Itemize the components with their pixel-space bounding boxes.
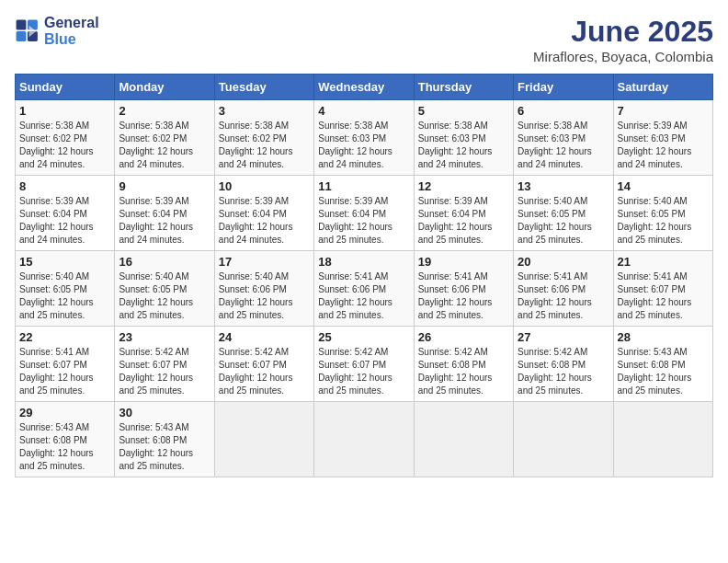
svg-rect-2 xyxy=(17,31,27,41)
calendar-week-row: 15 Sunrise: 5:40 AMSunset: 6:05 PMDaylig… xyxy=(16,251,713,327)
logo: General Blue xyxy=(15,15,99,48)
day-cell: 6 Sunrise: 5:38 AMSunset: 6:03 PMDayligh… xyxy=(514,100,613,176)
day-number: 19 xyxy=(418,255,509,269)
logo-icon xyxy=(15,18,40,44)
empty-cell xyxy=(214,402,313,477)
day-cell: 4 Sunrise: 5:38 AMSunset: 6:03 PMDayligh… xyxy=(314,100,414,176)
day-info: Sunrise: 5:39 AMSunset: 6:04 PMDaylight:… xyxy=(19,196,94,245)
logo-text: General Blue xyxy=(44,15,99,48)
day-cell: 23 Sunrise: 5:42 AMSunset: 6:07 PMDaylig… xyxy=(115,327,214,402)
day-cell: 28 Sunrise: 5:43 AMSunset: 6:08 PMDaylig… xyxy=(613,327,712,402)
day-info: Sunrise: 5:38 AMSunset: 6:02 PMDaylight:… xyxy=(219,121,293,169)
col-friday: Friday xyxy=(514,75,613,100)
calendar-subtitle: Miraflores, Boyaca, Colombia xyxy=(533,49,713,64)
day-info: Sunrise: 5:42 AMSunset: 6:07 PMDaylight:… xyxy=(318,347,392,396)
day-info: Sunrise: 5:38 AMSunset: 6:03 PMDaylight:… xyxy=(318,121,392,169)
day-number: 25 xyxy=(318,330,409,344)
day-cell: 17 Sunrise: 5:40 AMSunset: 6:06 PMDaylig… xyxy=(214,251,313,327)
day-info: Sunrise: 5:42 AMSunset: 6:08 PMDaylight:… xyxy=(418,347,493,396)
day-info: Sunrise: 5:38 AMSunset: 6:02 PMDaylight:… xyxy=(19,121,94,169)
day-cell: 12 Sunrise: 5:39 AMSunset: 6:04 PMDaylig… xyxy=(414,176,513,251)
day-info: Sunrise: 5:43 AMSunset: 6:08 PMDaylight:… xyxy=(19,422,94,471)
day-number: 2 xyxy=(119,104,210,118)
day-cell: 20 Sunrise: 5:41 AMSunset: 6:06 PMDaylig… xyxy=(514,251,613,327)
day-info: Sunrise: 5:40 AMSunset: 6:05 PMDaylight:… xyxy=(19,271,94,320)
day-number: 20 xyxy=(518,255,609,269)
day-info: Sunrise: 5:38 AMSunset: 6:03 PMDaylight:… xyxy=(518,121,592,169)
day-number: 10 xyxy=(219,179,310,193)
svg-rect-0 xyxy=(17,20,27,30)
day-info: Sunrise: 5:40 AMSunset: 6:06 PMDaylight:… xyxy=(219,271,293,320)
day-info: Sunrise: 5:39 AMSunset: 6:04 PMDaylight:… xyxy=(219,196,293,245)
empty-cell xyxy=(314,402,414,477)
day-cell: 29 Sunrise: 5:43 AMSunset: 6:08 PMDaylig… xyxy=(16,402,115,477)
day-info: Sunrise: 5:40 AMSunset: 6:05 PMDaylight:… xyxy=(518,196,592,245)
day-info: Sunrise: 5:39 AMSunset: 6:04 PMDaylight:… xyxy=(318,196,392,245)
col-wednesday: Wednesday xyxy=(314,75,414,100)
day-number: 13 xyxy=(518,179,609,193)
day-info: Sunrise: 5:39 AMSunset: 6:04 PMDaylight:… xyxy=(119,196,193,245)
header-row: Sunday Monday Tuesday Wednesday Thursday… xyxy=(16,75,713,100)
day-cell: 13 Sunrise: 5:40 AMSunset: 6:05 PMDaylig… xyxy=(514,176,613,251)
day-number: 30 xyxy=(119,406,210,419)
day-cell: 7 Sunrise: 5:39 AMSunset: 6:03 PMDayligh… xyxy=(613,100,712,176)
day-info: Sunrise: 5:38 AMSunset: 6:02 PMDaylight:… xyxy=(119,121,193,169)
page-header: General Blue June 2025 Miraflores, Boyac… xyxy=(15,15,713,64)
day-number: 24 xyxy=(219,330,310,344)
day-cell: 3 Sunrise: 5:38 AMSunset: 6:02 PMDayligh… xyxy=(214,100,313,176)
day-cell: 15 Sunrise: 5:40 AMSunset: 6:05 PMDaylig… xyxy=(16,251,115,327)
day-info: Sunrise: 5:41 AMSunset: 6:07 PMDaylight:… xyxy=(19,347,94,396)
day-cell: 25 Sunrise: 5:42 AMSunset: 6:07 PMDaylig… xyxy=(314,327,414,402)
day-cell: 1 Sunrise: 5:38 AMSunset: 6:02 PMDayligh… xyxy=(16,100,115,176)
day-info: Sunrise: 5:41 AMSunset: 6:07 PMDaylight:… xyxy=(618,271,692,320)
col-tuesday: Tuesday xyxy=(214,75,313,100)
day-info: Sunrise: 5:39 AMSunset: 6:04 PMDaylight:… xyxy=(418,196,493,245)
day-cell: 19 Sunrise: 5:41 AMSunset: 6:06 PMDaylig… xyxy=(414,251,513,327)
day-number: 22 xyxy=(19,330,110,344)
day-info: Sunrise: 5:39 AMSunset: 6:03 PMDaylight:… xyxy=(618,121,692,169)
day-info: Sunrise: 5:41 AMSunset: 6:06 PMDaylight:… xyxy=(418,271,493,320)
empty-cell xyxy=(514,402,613,477)
col-saturday: Saturday xyxy=(613,75,712,100)
day-cell: 14 Sunrise: 5:40 AMSunset: 6:05 PMDaylig… xyxy=(613,176,712,251)
day-number: 9 xyxy=(119,179,210,193)
day-number: 18 xyxy=(318,255,409,269)
day-number: 7 xyxy=(618,104,709,118)
calendar-week-row: 8 Sunrise: 5:39 AMSunset: 6:04 PMDayligh… xyxy=(16,176,713,251)
day-info: Sunrise: 5:42 AMSunset: 6:07 PMDaylight:… xyxy=(119,347,193,396)
calendar-body: 1 Sunrise: 5:38 AMSunset: 6:02 PMDayligh… xyxy=(16,100,713,477)
col-sunday: Sunday xyxy=(16,75,115,100)
day-number: 3 xyxy=(219,104,310,118)
day-number: 12 xyxy=(418,179,509,193)
day-number: 8 xyxy=(19,179,110,193)
day-cell: 8 Sunrise: 5:39 AMSunset: 6:04 PMDayligh… xyxy=(16,176,115,251)
calendar-title: June 2025 xyxy=(533,15,713,49)
day-info: Sunrise: 5:38 AMSunset: 6:03 PMDaylight:… xyxy=(418,121,493,169)
day-number: 17 xyxy=(219,255,310,269)
day-info: Sunrise: 5:42 AMSunset: 6:08 PMDaylight:… xyxy=(518,347,592,396)
day-number: 26 xyxy=(418,330,509,344)
day-info: Sunrise: 5:43 AMSunset: 6:08 PMDaylight:… xyxy=(119,422,193,471)
day-info: Sunrise: 5:43 AMSunset: 6:08 PMDaylight:… xyxy=(618,347,692,396)
day-cell: 2 Sunrise: 5:38 AMSunset: 6:02 PMDayligh… xyxy=(115,100,214,176)
day-number: 15 xyxy=(19,255,110,269)
day-cell: 9 Sunrise: 5:39 AMSunset: 6:04 PMDayligh… xyxy=(115,176,214,251)
day-cell: 30 Sunrise: 5:43 AMSunset: 6:08 PMDaylig… xyxy=(115,402,214,477)
day-cell: 16 Sunrise: 5:40 AMSunset: 6:05 PMDaylig… xyxy=(115,251,214,327)
day-info: Sunrise: 5:40 AMSunset: 6:05 PMDaylight:… xyxy=(119,271,193,320)
empty-cell xyxy=(613,402,712,477)
day-number: 4 xyxy=(318,104,409,118)
col-thursday: Thursday xyxy=(414,75,513,100)
day-cell: 21 Sunrise: 5:41 AMSunset: 6:07 PMDaylig… xyxy=(613,251,712,327)
day-info: Sunrise: 5:42 AMSunset: 6:07 PMDaylight:… xyxy=(219,347,293,396)
day-cell: 11 Sunrise: 5:39 AMSunset: 6:04 PMDaylig… xyxy=(314,176,414,251)
day-cell: 10 Sunrise: 5:39 AMSunset: 6:04 PMDaylig… xyxy=(214,176,313,251)
day-cell: 26 Sunrise: 5:42 AMSunset: 6:08 PMDaylig… xyxy=(414,327,513,402)
col-monday: Monday xyxy=(115,75,214,100)
day-number: 28 xyxy=(618,330,709,344)
day-info: Sunrise: 5:41 AMSunset: 6:06 PMDaylight:… xyxy=(518,271,592,320)
calendar-week-row: 29 Sunrise: 5:43 AMSunset: 6:08 PMDaylig… xyxy=(16,402,713,477)
calendar-week-row: 22 Sunrise: 5:41 AMSunset: 6:07 PMDaylig… xyxy=(16,327,713,402)
day-number: 6 xyxy=(518,104,609,118)
calendar-week-row: 1 Sunrise: 5:38 AMSunset: 6:02 PMDayligh… xyxy=(16,100,713,176)
